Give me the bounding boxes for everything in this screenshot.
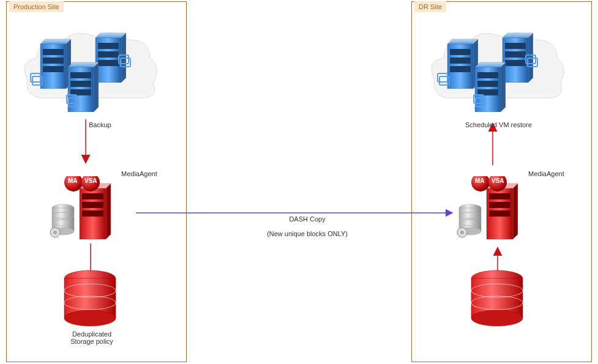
svg-rect-11 bbox=[43, 66, 64, 72]
svg-rect-56 bbox=[450, 49, 471, 55]
dash-copy-label: DASH Copy (New unique blocks ONLY) bbox=[263, 208, 348, 237]
svg-rect-15 bbox=[70, 72, 91, 78]
svg-marker-26 bbox=[106, 184, 111, 239]
production-mediaagent-label: MediaAgent bbox=[121, 170, 157, 177]
dr-mediaagent: MA VSA bbox=[455, 176, 528, 243]
svg-marker-53 bbox=[447, 39, 478, 44]
dash-copy-line1: DASH Copy bbox=[289, 215, 325, 223]
dr-site-title: DR Site bbox=[414, 1, 446, 12]
svg-marker-0 bbox=[95, 33, 126, 38]
svg-rect-75 bbox=[489, 193, 510, 199]
svg-marker-59 bbox=[475, 62, 506, 67]
svg-rect-58 bbox=[450, 66, 471, 72]
svg-rect-77 bbox=[489, 210, 510, 217]
ma-badge: MA bbox=[475, 177, 485, 184]
svg-point-84 bbox=[460, 231, 464, 234]
svg-marker-60 bbox=[501, 62, 506, 112]
restore-label: Scheduled VM restore bbox=[465, 121, 532, 128]
vsa-badge: VSA bbox=[84, 177, 97, 184]
vm-icon bbox=[63, 92, 81, 110]
svg-rect-63 bbox=[477, 81, 498, 87]
svg-point-90 bbox=[471, 310, 523, 326]
svg-rect-9 bbox=[43, 49, 64, 55]
svg-rect-10 bbox=[43, 58, 64, 64]
svg-rect-30 bbox=[82, 210, 103, 217]
svg-rect-3 bbox=[98, 43, 119, 49]
dr-mediaagent-label: MediaAgent bbox=[528, 170, 564, 177]
svg-marker-6 bbox=[40, 39, 71, 44]
production-storage bbox=[61, 269, 119, 327]
svg-point-43 bbox=[64, 310, 116, 326]
production-mediaagent: MA VSA bbox=[48, 176, 121, 243]
svg-rect-57 bbox=[450, 58, 471, 64]
vm-icon bbox=[470, 92, 488, 110]
svg-rect-62 bbox=[477, 72, 498, 78]
production-storage-label: Deduplicated Storage policy bbox=[70, 330, 113, 345]
vm-icon bbox=[434, 70, 452, 89]
svg-rect-76 bbox=[489, 202, 510, 208]
svg-marker-13 bbox=[94, 62, 99, 112]
vm-icon bbox=[115, 52, 133, 70]
svg-rect-50 bbox=[505, 43, 526, 49]
svg-marker-12 bbox=[68, 62, 99, 67]
vm-icon bbox=[522, 52, 540, 70]
svg-point-37 bbox=[53, 231, 57, 234]
svg-marker-73 bbox=[513, 184, 518, 239]
production-site-title: Production Site bbox=[9, 1, 64, 12]
ma-badge: MA bbox=[68, 177, 78, 184]
vm-icon bbox=[27, 70, 45, 89]
svg-rect-16 bbox=[70, 81, 91, 87]
svg-rect-29 bbox=[82, 202, 103, 208]
vsa-badge: VSA bbox=[491, 177, 504, 184]
dash-copy-line2: (New unique blocks ONLY) bbox=[267, 230, 348, 237]
svg-marker-47 bbox=[503, 33, 533, 38]
svg-rect-28 bbox=[82, 193, 103, 199]
dr-storage bbox=[468, 269, 526, 327]
backup-label: Backup bbox=[89, 121, 111, 128]
